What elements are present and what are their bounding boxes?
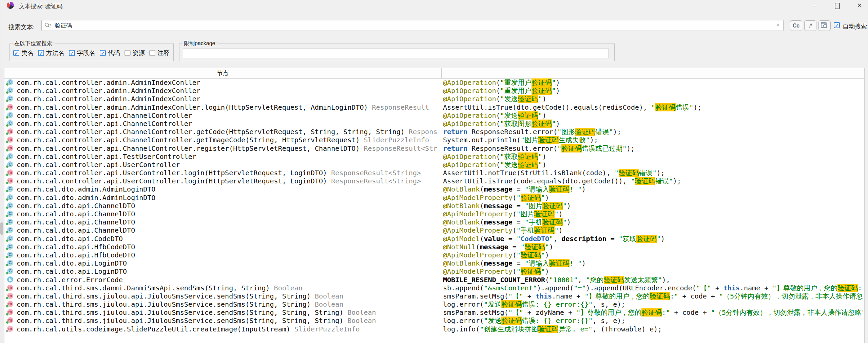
auto-search-checkbox[interactable]: ✓ xyxy=(834,22,840,28)
checkbox-注释[interactable] xyxy=(149,50,155,56)
node-name: com.rh.cal.controller.admin.AdminIndexCo… xyxy=(17,103,441,111)
vertical-scrollbar[interactable] xyxy=(864,68,868,343)
result-row[interactable]: Ccom.rh.cal.dto.admin.AdminLoginDTO@ApiM… xyxy=(4,194,865,202)
result-row[interactable]: Ccom.rh.cal.dto.api.ChannelDTO@ApiModelP… xyxy=(4,226,865,234)
result-row[interactable]: mcom.rh.cal.third.sms.jiulou.api.JiulouS… xyxy=(4,308,865,317)
search-box[interactable]: × xyxy=(41,20,784,31)
result-row[interactable]: Ccom.rh.cal.controller.admin.AdminIndexC… xyxy=(4,78,865,87)
node-name: com.rh.cal.dto.api.HfbCodeDTO xyxy=(17,251,441,259)
code-preview: @ApiModelProperty("图片验证码") xyxy=(443,210,863,218)
code-preview: @ApiModelProperty("验证码") xyxy=(443,194,863,202)
node-name: com.rh.cal.dto.api.ChannelDTO xyxy=(17,202,441,210)
results-table: 节点 Ccom.rh.cal.controller.admin.AdminInd… xyxy=(4,68,868,343)
checkbox-方法名[interactable]: ✓ xyxy=(38,50,44,56)
code-preview: log.info("创建生成滑块拼图验证码异常. e=", (Throwable… xyxy=(443,325,863,333)
left-scrollbar-thumb[interactable] xyxy=(0,222,3,235)
result-row[interactable]: Ccom.rh.cal.controller.admin.AdminIndexC… xyxy=(4,87,865,95)
member-dot-icon xyxy=(6,247,9,250)
result-row[interactable]: Ecom.rh.cal.error.ErrorCodeMOBILE_RESEND… xyxy=(4,276,865,284)
checkbox-label: 代码 xyxy=(108,49,120,57)
node-name: com.rh.cal.controller.admin.AdminIndexCo… xyxy=(17,95,441,103)
result-row[interactable]: Ccom.rh.cal.controller.api.ChannelContro… xyxy=(4,120,865,128)
member-dot-icon xyxy=(6,91,9,94)
result-row[interactable]: mcom.rh.cal.controller.api.ChannelContro… xyxy=(4,136,865,144)
checkbox-代码[interactable]: ✓ xyxy=(100,50,106,56)
member-dot-icon xyxy=(6,173,9,176)
result-row[interactable]: Ccom.rh.cal.controller.api.TestUserContr… xyxy=(4,152,865,161)
code-preview: @ApiModelProperty("手机验证码") xyxy=(443,226,863,234)
code-preview: System.out.println("图片验证码生成失败"); xyxy=(443,136,863,144)
member-dot-icon xyxy=(6,149,9,152)
result-row[interactable]: mcom.rh.cal.utils.codeimage.SlidePuzzleU… xyxy=(4,325,865,333)
regex-button[interactable]: .* xyxy=(804,20,816,31)
node-name: com.rh.cal.third.sms.danmi.DanmiSmsApi.s… xyxy=(17,284,441,292)
result-row[interactable]: Ccom.rh.cal.dto.admin.AdminLoginDTO@NotB… xyxy=(4,185,865,193)
clear-search-icon[interactable]: × xyxy=(776,22,780,29)
member-dot-icon xyxy=(6,272,9,275)
result-row[interactable]: mcom.rh.cal.controller.api.UserControlle… xyxy=(4,169,865,177)
code-preview: @ApiOperation("发送验证码") xyxy=(443,95,863,103)
node-name: com.rh.cal.dto.api.LoginDTO xyxy=(17,267,441,275)
node-name: com.rh.cal.dto.api.ChannelDTO xyxy=(17,226,441,234)
minimize-button[interactable]: – xyxy=(809,1,820,10)
code-preview: @ApiOperation("重发用户验证码") xyxy=(443,78,863,87)
checkbox-资源[interactable] xyxy=(124,50,131,56)
result-row[interactable]: Ccom.rh.cal.dto.api.CodeDTO@ApiModel(val… xyxy=(4,235,865,243)
checkbox-类名[interactable]: ✓ xyxy=(13,50,19,56)
node-name: com.rh.cal.error.ErrorCode xyxy=(17,276,441,284)
member-dot-icon xyxy=(6,189,9,193)
left-scrollbar[interactable] xyxy=(0,68,4,343)
node-name: com.rh.cal.dto.api.CodeDTO xyxy=(17,235,441,243)
auto-search-label: 自动搜索 xyxy=(843,22,867,31)
code-preview: @ApiModel(value = "CodeDTO", description… xyxy=(443,235,863,243)
result-row[interactable]: mcom.rh.cal.controller.api.ChannelContro… xyxy=(4,128,865,136)
member-dot-icon xyxy=(6,239,9,242)
match-case-button[interactable]: Cc xyxy=(790,20,802,31)
result-row[interactable]: Ccom.rh.cal.dto.api.LoginDTO@NotBlank(me… xyxy=(4,259,865,267)
code-preview-button[interactable] xyxy=(818,20,831,31)
checkbox-label: 字段名 xyxy=(77,49,95,57)
result-row[interactable]: Ccom.rh.cal.dto.api.HfbCodeDTO@NotNull(m… xyxy=(4,243,865,251)
code-preview: @ApiOperation("发送验证码") xyxy=(443,111,863,120)
result-row[interactable]: Ccom.rh.cal.dto.api.ChannelDTO@ApiModelP… xyxy=(4,210,865,218)
result-row[interactable]: Ccom.rh.cal.controller.api.ChannelContro… xyxy=(4,111,865,120)
result-row[interactable]: Ccom.rh.cal.controller.admin.AdminIndexC… xyxy=(4,95,865,103)
result-row[interactable]: Ccom.rh.cal.dto.api.ChannelDTO@NotBlank(… xyxy=(4,218,865,226)
node-column-header: 节点 xyxy=(4,68,441,78)
result-row[interactable]: mcom.rh.cal.controller.api.ChannelContro… xyxy=(4,144,865,152)
scope-item: 资源 xyxy=(124,49,145,57)
member-dot-icon xyxy=(6,305,9,308)
result-row[interactable]: Ccom.rh.cal.dto.api.HfbCodeDTO@ApiModelP… xyxy=(4,251,865,259)
node-name: com.rh.cal.controller.admin.AdminIndexCo… xyxy=(17,78,441,87)
checkbox-label: 类名 xyxy=(21,49,34,57)
result-row[interactable]: mcom.rh.cal.third.sms.danmi.DanmiSmsApi.… xyxy=(4,284,865,292)
search-scope-group: 在以下位置搜索: ✓类名✓方法名✓字段名✓代码资源注释 xyxy=(9,43,174,61)
code-preview: return ResponseResult.error("验证码错误或已过期")… xyxy=(443,144,863,152)
member-dot-icon xyxy=(6,181,9,184)
package-legend: 限制package: xyxy=(182,40,218,47)
node-name: com.rh.cal.dto.api.HfbCodeDTO xyxy=(17,243,441,251)
code-preview: @ApiModelProperty("验证码") xyxy=(443,251,863,259)
scope-item: 注释 xyxy=(149,49,170,57)
member-dot-icon xyxy=(6,165,9,168)
checkbox-字段名[interactable]: ✓ xyxy=(69,50,75,56)
column-divider xyxy=(441,68,442,78)
code-preview: @NotBlank(message = "请输入验证码! ") xyxy=(443,259,863,267)
result-row[interactable]: Ccom.rh.cal.controller.api.UserControlle… xyxy=(4,161,865,169)
node-name: com.rh.cal.third.sms.jiulou.api.JiulouSm… xyxy=(17,308,441,317)
result-row[interactable]: Ccom.rh.cal.dto.api.ChannelDTO@NotBlank(… xyxy=(4,202,865,210)
search-input[interactable] xyxy=(54,21,771,30)
result-row[interactable]: mcom.rh.cal.third.sms.jiulou.api.JiulouS… xyxy=(4,300,865,308)
maximize-button[interactable] xyxy=(831,1,843,10)
close-button[interactable]: ✕ xyxy=(854,1,865,10)
result-row[interactable]: mcom.rh.cal.controller.admin.AdminIndexC… xyxy=(4,103,865,111)
result-row[interactable]: mcom.rh.cal.third.sms.jiulou.api.JiulouS… xyxy=(4,292,865,300)
member-dot-icon xyxy=(6,222,9,225)
node-name: com.rh.cal.third.sms.jiulou.api.JiulouSm… xyxy=(17,317,441,325)
package-input[interactable] xyxy=(183,49,609,58)
result-row[interactable]: Ccom.rh.cal.dto.api.LoginDTO@ApiModelPro… xyxy=(4,267,865,275)
code-preview: AssertUtil.notTrue(StrUtil.isBlank(code)… xyxy=(443,169,863,177)
code-preview: @ApiModelProperty("验证码") xyxy=(443,267,863,275)
result-row[interactable]: mcom.rh.cal.controller.api.UserControlle… xyxy=(4,177,865,185)
result-row[interactable]: mcom.rh.cal.third.sms.jiulou.api.JiulouS… xyxy=(4,317,865,325)
